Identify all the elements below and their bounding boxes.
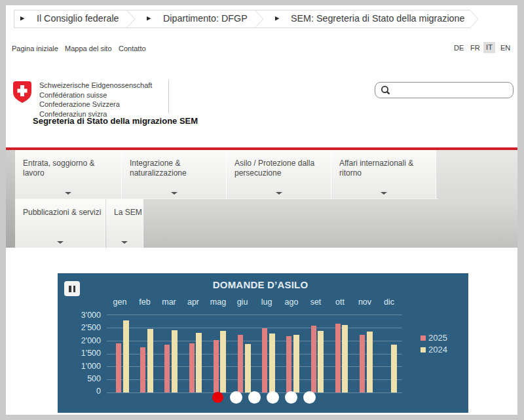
svg-text:SEM: Segreteria di Stato della: SEM: Segreteria di Stato della migrazion… xyxy=(291,13,464,24)
svg-text:Il Consiglio federale: Il Consiglio federale xyxy=(37,13,119,24)
svg-text:Dipartimento: DFGP: Dipartimento: DFGP xyxy=(163,13,248,24)
